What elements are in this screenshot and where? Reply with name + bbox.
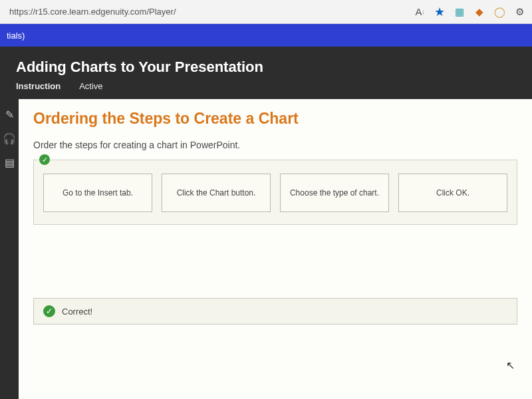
lesson-modes: Instruction Active	[16, 81, 516, 91]
feedback-bar: ✓ Correct!	[33, 298, 517, 325]
step-card[interactable]: Click OK.	[398, 174, 507, 212]
settings-gear-icon[interactable]: ⚙	[512, 5, 527, 19]
step-card[interactable]: Click the Chart button.	[162, 174, 271, 212]
ordering-drop-zone[interactable]: ✓ Go to the Insert tab. Click the Chart …	[33, 160, 517, 225]
activity-panel: Ordering the Steps to Create a Chart Ord…	[19, 99, 532, 399]
content-wrap: ✎ 🎧 ▤ Ordering the Steps to Create a Cha…	[0, 99, 532, 399]
read-aloud-icon[interactable]: A⁏	[412, 5, 427, 19]
browser-address-bar: https://r15.core.learn.edgenuity.com/Pla…	[0, 0, 532, 24]
refresh-icon[interactable]: ◯	[492, 5, 507, 19]
headphones-icon[interactable]: 🎧	[3, 132, 15, 144]
favorite-star-icon[interactable]: ★	[432, 5, 447, 19]
check-icon: ✓	[39, 154, 50, 165]
extension-icon[interactable]: ◆	[472, 5, 487, 19]
check-icon: ✓	[43, 305, 55, 317]
step-card[interactable]: Choose the type of chart.	[280, 174, 389, 212]
url-text[interactable]: https://r15.core.learn.edgenuity.com/Pla…	[5, 7, 407, 17]
course-tab-strip: tials)	[0, 24, 532, 47]
tab-label[interactable]: tials)	[7, 31, 25, 41]
mode-instruction[interactable]: Instruction	[16, 81, 61, 91]
calculator-icon[interactable]: ▤	[3, 156, 15, 168]
activity-heading: Ordering the Steps to Create a Chart	[33, 110, 517, 128]
mode-active[interactable]: Active	[79, 81, 102, 91]
lesson-title: Adding Charts to Your Presentation	[16, 59, 516, 76]
feedback-text: Correct!	[62, 307, 92, 317]
collections-icon[interactable]: ▦	[452, 5, 467, 19]
pencil-icon[interactable]: ✎	[3, 108, 15, 120]
lesson-header: Adding Charts to Your Presentation Instr…	[0, 47, 532, 99]
step-card[interactable]: Go to the Insert tab.	[43, 174, 152, 212]
mouse-cursor-icon: ↖	[506, 359, 515, 372]
activity-prompt: Order the steps for creating a chart in …	[33, 140, 517, 150]
left-tool-rail: ✎ 🎧 ▤	[0, 99, 19, 399]
